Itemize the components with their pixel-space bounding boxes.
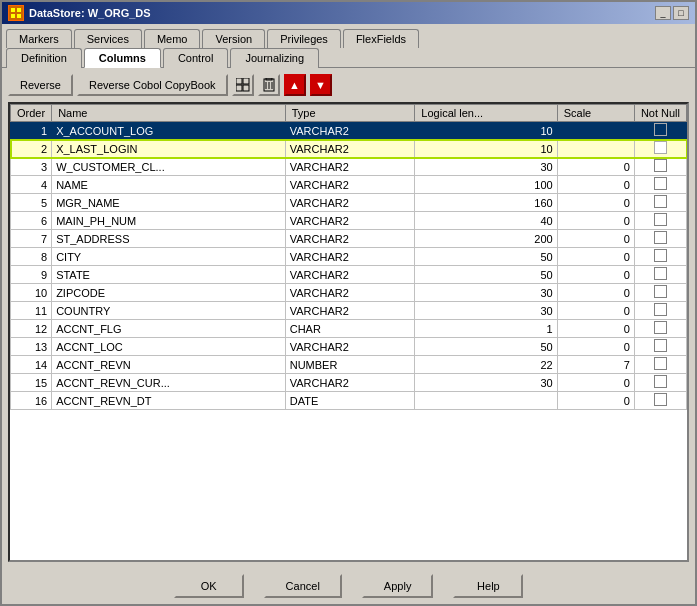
cancel-button[interactable]: Cancel bbox=[264, 574, 342, 598]
cell-logical-len: 50 bbox=[415, 338, 557, 356]
not-null-checkbox[interactable] bbox=[654, 357, 667, 370]
table-row[interactable]: 5MGR_NAMEVARCHAR21600 bbox=[11, 194, 687, 212]
cell-not-null[interactable] bbox=[634, 266, 686, 284]
footer: OK Cancel Apply Help bbox=[2, 568, 695, 604]
minimize-button[interactable]: _ bbox=[655, 6, 671, 20]
cell-not-null[interactable] bbox=[634, 338, 686, 356]
not-null-checkbox[interactable] bbox=[654, 231, 667, 244]
cell-not-null[interactable] bbox=[634, 374, 686, 392]
table-row[interactable]: 8CITYVARCHAR2500 bbox=[11, 248, 687, 266]
tab-markers[interactable]: Markers bbox=[6, 29, 72, 48]
table-row[interactable]: 6MAIN_PH_NUMVARCHAR2400 bbox=[11, 212, 687, 230]
table-row[interactable]: 14ACCNT_REVNNUMBER227 bbox=[11, 356, 687, 374]
help-button[interactable]: Help bbox=[453, 574, 523, 598]
reverse-button[interactable]: Reverse bbox=[8, 74, 73, 96]
cell-type: VARCHAR2 bbox=[285, 284, 415, 302]
cell-not-null[interactable] bbox=[634, 194, 686, 212]
tab-columns[interactable]: Columns bbox=[84, 48, 161, 68]
not-null-checkbox[interactable] bbox=[654, 303, 667, 316]
table-row[interactable]: 13ACCNT_LOCVARCHAR2500 bbox=[11, 338, 687, 356]
table-row[interactable]: 1X_ACCOUNT_LOGVARCHAR210 bbox=[11, 122, 687, 140]
ok-button[interactable]: OK bbox=[174, 574, 244, 598]
svg-rect-5 bbox=[236, 78, 242, 84]
svg-rect-4 bbox=[17, 14, 21, 18]
not-null-checkbox[interactable] bbox=[654, 159, 667, 172]
tab-flexfields[interactable]: FlexFields bbox=[343, 29, 419, 48]
tab-version[interactable]: Version bbox=[202, 29, 265, 48]
table-row[interactable]: 9STATEVARCHAR2500 bbox=[11, 266, 687, 284]
not-null-checkbox[interactable] bbox=[654, 375, 667, 388]
table-row[interactable]: 7ST_ADDRESSVARCHAR22000 bbox=[11, 230, 687, 248]
reverse-cobol-button[interactable]: Reverse Cobol CopyBook bbox=[77, 74, 228, 96]
svg-rect-7 bbox=[236, 85, 242, 91]
grid-icon-button[interactable] bbox=[232, 74, 254, 96]
cell-not-null[interactable] bbox=[634, 392, 686, 410]
table-row[interactable]: 16ACCNT_REVN_DTDATE0 bbox=[11, 392, 687, 410]
tab-services[interactable]: Services bbox=[74, 29, 142, 48]
cell-name: ACCNT_REVN_CUR... bbox=[52, 374, 286, 392]
table-row[interactable]: 2X_LAST_LOGINVARCHAR210 bbox=[11, 140, 687, 158]
columns-table-container[interactable]: Order Name Type Logical len... Scale Not… bbox=[8, 102, 689, 562]
cell-not-null[interactable] bbox=[634, 140, 686, 158]
cell-scale: 0 bbox=[557, 212, 634, 230]
table-row[interactable]: 4NAMEVARCHAR21000 bbox=[11, 176, 687, 194]
tab-privileges[interactable]: Privileges bbox=[267, 29, 341, 48]
cell-logical-len: 160 bbox=[415, 194, 557, 212]
cell-logical-len: 30 bbox=[415, 284, 557, 302]
tab-memo[interactable]: Memo bbox=[144, 29, 201, 48]
cell-not-null[interactable] bbox=[634, 320, 686, 338]
cell-name: MAIN_PH_NUM bbox=[52, 212, 286, 230]
cell-not-null[interactable] bbox=[634, 212, 686, 230]
tab-definition[interactable]: Definition bbox=[6, 48, 82, 68]
cell-not-null[interactable] bbox=[634, 284, 686, 302]
not-null-checkbox[interactable] bbox=[654, 339, 667, 352]
table-row[interactable]: 12ACCNT_FLGCHAR10 bbox=[11, 320, 687, 338]
maximize-button[interactable]: □ bbox=[673, 6, 689, 20]
not-null-checkbox[interactable] bbox=[654, 285, 667, 298]
cell-logical-len: 200 bbox=[415, 230, 557, 248]
tab-control[interactable]: Control bbox=[163, 48, 228, 68]
cell-scale: 0 bbox=[557, 248, 634, 266]
cell-not-null[interactable] bbox=[634, 230, 686, 248]
not-null-checkbox[interactable] bbox=[654, 321, 667, 334]
cell-type: CHAR bbox=[285, 320, 415, 338]
not-null-checkbox[interactable] bbox=[654, 177, 667, 190]
not-null-checkbox[interactable] bbox=[654, 393, 667, 406]
cell-scale: 7 bbox=[557, 356, 634, 374]
move-down-icon-button[interactable]: ▼ bbox=[310, 74, 332, 96]
cell-scale: 0 bbox=[557, 392, 634, 410]
cell-type: VARCHAR2 bbox=[285, 374, 415, 392]
cell-order: 7 bbox=[11, 230, 52, 248]
not-null-checkbox[interactable] bbox=[654, 123, 667, 136]
cell-not-null[interactable] bbox=[634, 122, 686, 140]
cell-name: NAME bbox=[52, 176, 286, 194]
cell-order: 14 bbox=[11, 356, 52, 374]
cell-not-null[interactable] bbox=[634, 356, 686, 374]
cell-not-null[interactable] bbox=[634, 302, 686, 320]
table-row[interactable]: 3W_CUSTOMER_CL...VARCHAR2300 bbox=[11, 158, 687, 176]
cell-order: 6 bbox=[11, 212, 52, 230]
cell-not-null[interactable] bbox=[634, 248, 686, 266]
not-null-checkbox[interactable] bbox=[654, 267, 667, 280]
cell-logical-len: 10 bbox=[415, 122, 557, 140]
apply-button[interactable]: Apply bbox=[362, 574, 434, 598]
cell-type: VARCHAR2 bbox=[285, 266, 415, 284]
cell-order: 12 bbox=[11, 320, 52, 338]
tab-journalizing[interactable]: Journalizing bbox=[230, 48, 319, 68]
table-row[interactable]: 10ZIPCODEVARCHAR2300 bbox=[11, 284, 687, 302]
not-null-checkbox[interactable] bbox=[654, 213, 667, 226]
not-null-checkbox[interactable] bbox=[654, 249, 667, 262]
window-title: DataStore: W_ORG_DS bbox=[29, 7, 151, 19]
delete-icon-button[interactable] bbox=[258, 74, 280, 96]
col-header-logical-len: Logical len... bbox=[415, 105, 557, 122]
cell-not-null[interactable] bbox=[634, 158, 686, 176]
not-null-checkbox[interactable] bbox=[654, 141, 667, 154]
table-row[interactable]: 11COUNTRYVARCHAR2300 bbox=[11, 302, 687, 320]
not-null-checkbox[interactable] bbox=[654, 195, 667, 208]
table-row[interactable]: 15ACCNT_REVN_CUR...VARCHAR2300 bbox=[11, 374, 687, 392]
move-up-icon-button[interactable]: ▲ bbox=[284, 74, 306, 96]
cell-scale: 0 bbox=[557, 338, 634, 356]
cell-not-null[interactable] bbox=[634, 176, 686, 194]
main-window: DataStore: W_ORG_DS _ □ Markers Services… bbox=[0, 0, 697, 606]
cell-type: DATE bbox=[285, 392, 415, 410]
